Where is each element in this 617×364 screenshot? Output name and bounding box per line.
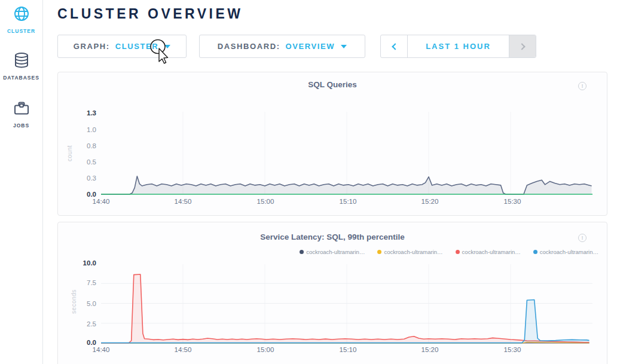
dashboard-dropdown[interactable]: DASHBOARD: OVERVIEW bbox=[199, 35, 365, 58]
y-axis-tick: 1.0 bbox=[66, 126, 96, 133]
legend-label: cockroach-ultramarin… bbox=[462, 249, 521, 255]
x-axis-tick: 15:20 bbox=[421, 198, 439, 205]
chevron-right-icon bbox=[518, 43, 525, 50]
service-latency-plot[interactable] bbox=[101, 261, 592, 347]
sidebar-item-cluster[interactable]: CLUSTER bbox=[0, 5, 42, 34]
info-icon[interactable]: ! bbox=[578, 82, 587, 90]
x-axis-tick: 14:40 bbox=[93, 198, 110, 205]
x-axis-tick: 15:20 bbox=[421, 346, 439, 353]
chevron-left-icon bbox=[392, 43, 398, 50]
chevron-down-icon bbox=[341, 45, 347, 48]
y-axis-tick: 10.0 bbox=[66, 259, 96, 267]
chart-legend: cockroach-ultramarin… cockroach-ultramar… bbox=[300, 249, 598, 255]
legend-dot-blue bbox=[533, 250, 537, 254]
x-axis-tick: 14:40 bbox=[93, 346, 110, 353]
y-axis-unit-label: seconds bbox=[71, 289, 77, 314]
x-axis-tick: 15:30 bbox=[504, 346, 521, 353]
sql-queries-plot[interactable] bbox=[101, 108, 592, 195]
x-axis-tick: 15:00 bbox=[257, 346, 274, 353]
time-range-prev-button[interactable] bbox=[381, 35, 408, 57]
y-axis-tick: 0.3 bbox=[66, 175, 96, 182]
sidebar-item-jobs[interactable]: JOBS bbox=[0, 99, 42, 129]
info-icon[interactable]: ! bbox=[578, 234, 587, 242]
legend-item: cockroach-ultramarin… bbox=[456, 249, 521, 255]
time-range-label[interactable]: LAST 1 HOUR bbox=[408, 35, 509, 57]
y-axis-tick: 0.0 bbox=[66, 339, 96, 346]
x-axis-tick: 14:50 bbox=[175, 198, 192, 205]
cluster-overview-page: CLUSTER DATABASES JOBS bbox=[0, 0, 617, 364]
sidebar-item-label: DATABASES bbox=[0, 75, 42, 81]
x-axis-tick: 14:50 bbox=[175, 346, 192, 353]
globe-icon bbox=[13, 5, 30, 25]
database-icon bbox=[13, 51, 30, 72]
sidebar-item-label: JOBS bbox=[0, 123, 42, 129]
chart-card-sql-queries: SQL Queries ! 1.3 1.0 0.8 0.5 0.3 0.0 co… bbox=[57, 72, 607, 216]
x-axis-tick: 15:30 bbox=[504, 198, 521, 205]
sidebar: CLUSTER DATABASES JOBS bbox=[0, 0, 43, 364]
x-axis-tick: 15:00 bbox=[257, 198, 274, 205]
y-axis-unit-label: count bbox=[66, 145, 73, 161]
page-title: CLUSTER OVERVIEW bbox=[57, 6, 243, 22]
y-axis-tick: 2.5 bbox=[66, 320, 96, 328]
legend-label: cockroach-ultramarin… bbox=[540, 249, 598, 255]
dashboard-dropdown-label: DASHBOARD: bbox=[218, 42, 280, 51]
legend-item: cockroach-ultramarin… bbox=[377, 249, 442, 255]
legend-dot-red bbox=[456, 250, 460, 254]
graph-dropdown-value: CLUSTER bbox=[115, 42, 159, 51]
y-axis-tick: 1.3 bbox=[66, 109, 96, 117]
legend-dot-navy bbox=[300, 250, 304, 254]
x-axis-tick: 15:10 bbox=[340, 198, 357, 205]
dashboard-dropdown-value: OVERVIEW bbox=[286, 42, 335, 51]
time-range-next-button-disabled[interactable] bbox=[509, 35, 536, 57]
chart-title: SQL Queries bbox=[58, 80, 607, 89]
time-range-selector: LAST 1 HOUR bbox=[380, 35, 536, 58]
graph-dropdown[interactable]: GRAPH: CLUSTER bbox=[57, 35, 187, 58]
legend-item: cockroach-ultramarin… bbox=[300, 249, 365, 255]
graph-dropdown-label: GRAPH: bbox=[74, 42, 110, 51]
y-axis-tick: 7.5 bbox=[66, 279, 96, 286]
sidebar-item-databases[interactable]: DATABASES bbox=[0, 51, 42, 81]
chevron-down-icon bbox=[164, 45, 170, 48]
legend-label: cockroach-ultramarin… bbox=[306, 249, 365, 255]
briefcase-icon bbox=[13, 99, 30, 120]
sidebar-item-label: CLUSTER bbox=[0, 28, 42, 34]
legend-item: cockroach-ultramarin… bbox=[533, 249, 598, 255]
legend-label: cockroach-ultramarin… bbox=[384, 249, 442, 255]
chart-title: Service Latency: SQL, 99th percentile bbox=[58, 233, 607, 241]
legend-dot-yellow bbox=[377, 250, 381, 254]
y-axis-tick: 0.0 bbox=[66, 191, 96, 198]
chart-card-service-latency: Service Latency: SQL, 99th percentile ! … bbox=[57, 222, 607, 364]
x-axis-tick: 15:10 bbox=[340, 346, 357, 353]
